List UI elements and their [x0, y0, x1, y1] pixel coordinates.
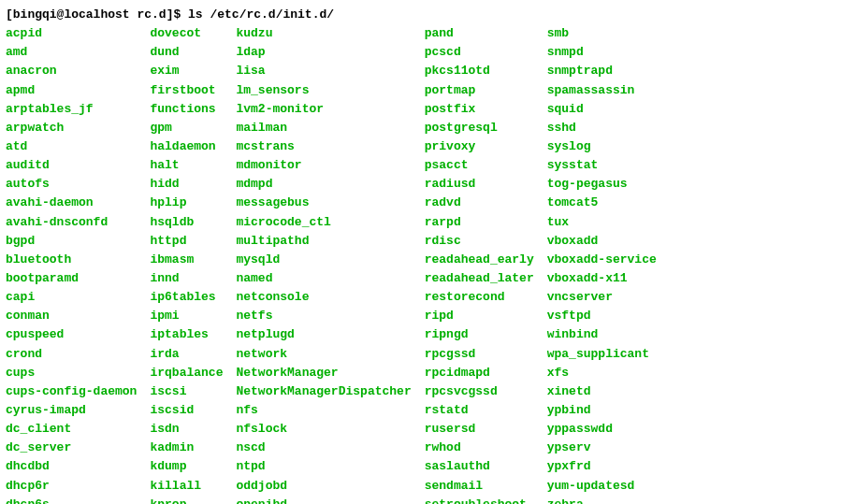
file-entry: ypbind — [547, 401, 657, 420]
file-entry: iptables — [150, 325, 223, 344]
listing-column: acpidamdanacronapmdarptables_jfarpwatcha… — [6, 24, 137, 504]
file-entry: arpwatch — [6, 119, 137, 137]
file-entry: mcstrans — [236, 137, 411, 156]
file-entry: netconsole — [236, 288, 411, 307]
file-entry: psacct — [425, 156, 534, 175]
file-entry: capi — [6, 288, 137, 307]
file-entry: mailman — [236, 119, 411, 137]
file-entry: killall — [150, 477, 223, 496]
file-entry: crond — [6, 345, 137, 364]
file-entry: ripd — [425, 307, 534, 325]
listing-column: smbsnmpdsnmptrapdspamassassinsquidsshdsy… — [547, 24, 657, 504]
file-entry: setroubleshoot — [425, 496, 534, 504]
file-entry: exim — [150, 62, 223, 80]
file-entry: network — [236, 345, 411, 364]
file-entry: readahead_later — [425, 269, 534, 288]
file-entry: avahi-daemon — [6, 194, 137, 212]
file-entry: ibmasm — [150, 251, 223, 269]
file-entry: portmap — [425, 81, 534, 100]
file-entry: dhcdbd — [6, 457, 137, 476]
file-entry: messagebus — [236, 194, 411, 212]
file-entry: lm_sensors — [236, 81, 411, 100]
listing-column: dovecotdundeximfirstbootfunctionsgpmhald… — [150, 24, 223, 504]
file-entry: httpd — [150, 232, 223, 251]
file-entry: dc_client — [6, 420, 137, 439]
file-entry: netfs — [236, 307, 411, 325]
file-entry: ntpd — [236, 457, 411, 476]
file-entry: isdn — [150, 420, 223, 439]
file-entry: winbind — [547, 325, 657, 344]
file-entry: iscsi — [150, 382, 223, 401]
file-entry: irqbalance — [150, 364, 223, 382]
file-entry: yppasswdd — [547, 420, 657, 439]
file-entry: innd — [150, 269, 223, 288]
file-entry: rusersd — [425, 420, 534, 439]
file-entry: sysstat — [547, 156, 657, 175]
file-entry: radiusd — [425, 175, 534, 194]
file-entry: vncserver — [547, 288, 657, 307]
file-entry: dhcp6r — [6, 477, 137, 496]
file-entry: kprop — [150, 496, 223, 504]
file-entry: avahi-dnsconfd — [6, 213, 137, 232]
file-entry: tomcat5 — [547, 194, 657, 212]
file-entry: gpm — [150, 119, 223, 137]
file-entry: apmd — [6, 81, 137, 100]
file-entry: dc_server — [6, 439, 137, 457]
file-entry: lisa — [236, 62, 411, 80]
file-entry: bgpd — [6, 232, 137, 251]
file-entry: nfslock — [236, 420, 411, 439]
file-entry: halt — [150, 156, 223, 175]
file-entry: bootparamd — [6, 269, 137, 288]
file-entry: rdisc — [425, 232, 534, 251]
file-entry: functions — [150, 100, 223, 119]
file-entry: mdmpd — [236, 175, 411, 194]
shell-prompt: [bingqi@localhost rc.d]$ — [6, 7, 188, 22]
file-entry: rpcsvcgssd — [425, 382, 534, 401]
file-entry: pcscd — [425, 43, 534, 62]
file-entry: lvm2-monitor — [236, 100, 411, 119]
file-entry: irda — [150, 345, 223, 364]
file-entry: ripngd — [425, 325, 534, 344]
file-entry: kadmin — [150, 439, 223, 457]
file-entry: pkcs11otd — [425, 62, 534, 80]
file-entry: rarpd — [425, 213, 534, 232]
file-entry: xinetd — [547, 382, 657, 401]
file-entry: kdump — [150, 457, 223, 476]
file-entry: pand — [425, 24, 534, 43]
file-entry: autofs — [6, 175, 137, 194]
file-entry: arptables_jf — [6, 100, 137, 119]
file-entry: dund — [150, 43, 223, 62]
file-entry: rwhod — [425, 439, 534, 457]
file-entry: wpa_supplicant — [547, 345, 657, 364]
file-entry: cyrus-imapd — [6, 401, 137, 420]
ls-listing: acpidamdanacronapmdarptables_jfarpwatcha… — [6, 24, 849, 504]
listing-column: pandpcscdpkcs11otdportmappostfixpostgres… — [425, 24, 534, 504]
file-entry: ypxfrd — [547, 457, 657, 476]
file-entry: cups-config-daemon — [6, 382, 137, 401]
file-entry: NetworkManagerDispatcher — [236, 382, 411, 401]
file-entry: syslog — [547, 137, 657, 156]
file-entry: ypserv — [547, 439, 657, 457]
file-entry: cups — [6, 364, 137, 382]
file-entry: zebra — [547, 496, 657, 504]
file-entry: privoxy — [425, 137, 534, 156]
file-entry: snmpd — [547, 43, 657, 62]
file-entry: rpcgssd — [425, 345, 534, 364]
file-entry: dovecot — [150, 24, 223, 43]
file-entry: multipathd — [236, 232, 411, 251]
file-entry: tog-pegasus — [547, 175, 657, 194]
file-entry: openibd — [236, 496, 411, 504]
file-entry: nfs — [236, 401, 411, 420]
file-entry: sendmail — [425, 477, 534, 496]
file-entry: microcode_ctl — [236, 213, 411, 232]
file-entry: ldap — [236, 43, 411, 62]
file-entry: iscsid — [150, 401, 223, 420]
file-entry: oddjobd — [236, 477, 411, 496]
terminal-output: [bingqi@localhost rc.d]$ ls /etc/rc.d/in… — [6, 6, 849, 504]
file-entry: named — [236, 269, 411, 288]
file-entry: rstatd — [425, 401, 534, 420]
file-entry: haldaemon — [150, 137, 223, 156]
file-entry: kudzu — [236, 24, 411, 43]
file-entry: smb — [547, 24, 657, 43]
file-entry: mdmonitor — [236, 156, 411, 175]
